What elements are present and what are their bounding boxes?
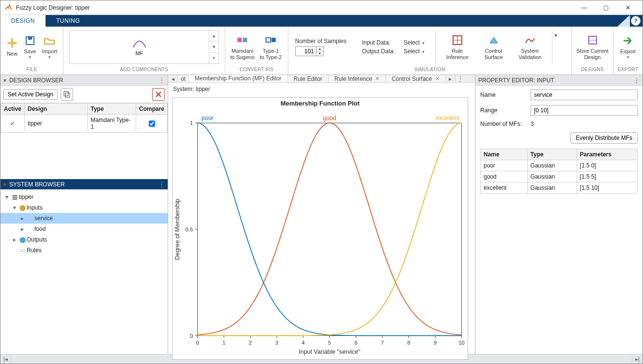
system-validation-icon [523,33,537,47]
tree-node-outputs[interactable]: ▸⬤Outputs [0,234,168,245]
help-button[interactable]: ? [631,16,641,26]
outputs-icon: ⬤ [18,236,27,243]
window-title: Fuzzy Logic Designer: tipper [16,4,573,11]
svg-text:0: 0 [196,340,199,346]
rule-inference-button[interactable]: Rule Inference [441,31,473,62]
mf-col-name[interactable]: Name [481,149,528,160]
gallery-up-icon[interactable]: ▲ [209,30,219,42]
system-validation-button[interactable]: System Validation [514,31,546,62]
copy-design-button[interactable] [61,88,73,101]
prop-range-label: Range [480,107,526,114]
svg-text:8: 8 [407,340,410,346]
design-cell: tipper [25,115,88,133]
mf-col-type[interactable]: Type [527,149,577,160]
col-compare[interactable]: Compare [136,104,167,115]
mf-col-params[interactable]: Parameters [577,149,637,160]
col-design[interactable]: Design [25,104,88,115]
close-icon[interactable]: ✕ [375,76,379,82]
mf-cell-params: [1.5 10] [577,182,637,194]
tabs-menu-icon[interactable]: ⋮ [455,75,465,82]
close-icon[interactable]: ✕ [435,76,439,82]
simulation-overflow-button[interactable]: ▾ [552,30,560,64]
gallery-expand-icon[interactable]: ▾ [209,53,219,63]
tab-tuning[interactable]: TUNING [46,15,91,27]
panel-menu-icon[interactable]: ⋮ [634,77,640,84]
scroll-left-button[interactable]: |◂ [0,354,11,364]
type1-to-type2-button[interactable]: Type-1 to Type-2 [257,31,285,62]
maximize-button[interactable]: ▢ [595,1,617,15]
system-browser-header[interactable]: ▾ SYSTEM BROWSER ⋮ [0,179,168,190]
gallery-down-icon[interactable]: ▼ [209,42,219,53]
tree-node-root[interactable]: ▾▥tipper [0,192,168,202]
mf-gallery-item[interactable]: MF [70,38,209,56]
tree-node-inputs[interactable]: ▾⬤Inputs [0,202,168,213]
panel-menu-icon[interactable]: ⋮ [159,77,165,84]
control-surface-button[interactable]: Control Surface [479,31,508,62]
doc-tab-partial[interactable]: ot [178,75,189,82]
mf-cell-name: poor [481,160,528,171]
minimize-button[interactable]: ― [573,1,595,15]
table-row[interactable]: poorGaussian[1.5 0] [481,160,638,171]
group-label-simulation: SIMULATION [288,67,571,75]
folder-open-icon [43,34,56,47]
control-surface-icon [487,33,501,47]
store-design-button[interactable]: Store Current Design [575,31,610,62]
doc-tab-mf-editor[interactable]: Membership Function (MF) Editor [189,75,288,82]
document-tabs: ◂ ot Membership Function (MF) Editor Rul… [168,75,475,83]
col-active[interactable]: Active [1,104,25,115]
table-row[interactable]: excellentGaussian[1.5 10] [481,182,638,194]
tabs-scroll-right[interactable]: ▸ [446,75,455,82]
num-samples-spinner[interactable]: ▲▼ [295,46,324,56]
output-data-select[interactable]: Select ▼ [404,48,425,55]
prop-name-label: Name [480,91,526,98]
prop-name-input[interactable] [531,90,638,100]
tree-node-input-service[interactable]: ▸service [0,213,168,224]
svg-text:6: 6 [354,340,357,346]
svg-text:1: 1 [222,340,225,346]
doc-tab-rule-inference[interactable]: Rule Inference✕ [329,75,386,82]
svg-rect-8 [64,91,68,96]
ribbon-collapse-wedge[interactable] [617,15,630,27]
doc-tab-rule-editor[interactable]: Rule Editor [288,75,329,82]
mf-gallery[interactable]: MF ▲ ▼ ▾ [69,30,219,64]
mf-cell-type: Gaussian [527,182,577,194]
matlab-logo-icon [4,4,12,12]
close-button[interactable]: ✕ [617,1,639,15]
num-samples-input[interactable] [296,48,316,55]
set-active-design-button[interactable]: Set Active Design [3,89,58,100]
scroll-right-button[interactable]: ▸| [632,354,643,364]
compare-checkbox[interactable] [149,121,155,127]
input-data-select[interactable]: Select ▼ [404,39,425,46]
mamdani-to-sugeno-button[interactable]: Mamdani to Sugeno [228,31,257,62]
property-editor-header[interactable]: PROPERTY EDITOR: INPUT ⋮ [475,75,643,86]
col-type[interactable]: Type [87,104,136,115]
svg-rect-1 [28,37,32,40]
table-row[interactable]: goodGaussian[1.5 5] [481,171,638,182]
prop-range-input[interactable] [531,105,638,116]
export-button[interactable]: Export ▼ [616,32,640,61]
svg-text:excellent: excellent [436,115,460,121]
evenly-distribute-button[interactable]: Evenly Distribute MFs [570,132,638,144]
save-button[interactable]: Save ▼ [21,32,39,61]
tab-design[interactable]: DESIGN [0,15,46,27]
spinner-up-icon[interactable]: ▲ [316,47,323,52]
tabs-scroll-left[interactable]: ◂ [168,75,178,82]
tree-node-rules[interactable]: ▭Rules [0,245,168,256]
svg-text:9: 9 [434,340,437,346]
design-browser-header[interactable]: ▾ DESIGN BROWSER ⋮ [0,75,168,86]
table-row[interactable]: ✓ tipper Mamdani Type-1 [1,115,168,133]
mf-cell-params: [1.5 0] [577,160,637,171]
delete-design-button[interactable] [152,88,165,101]
svg-rect-3 [243,38,247,42]
mf-cell-name: good [481,171,528,182]
mf-plot[interactable]: Membership Function Plot 01234567891000.… [172,97,468,360]
spinner-down-icon[interactable]: ▼ [316,51,323,56]
new-button[interactable]: New [3,34,21,59]
doc-tab-control-surface[interactable]: Control Surface✕ [386,75,445,82]
import-button[interactable]: Import ▼ [39,32,60,61]
panel-menu-icon[interactable]: ⋮ [159,181,165,188]
tree-node-input-food[interactable]: ▸food [0,224,168,234]
svg-text:3: 3 [275,340,278,346]
svg-text:Degree of Membership: Degree of Membership [174,198,181,260]
svg-text:good: good [323,115,336,121]
